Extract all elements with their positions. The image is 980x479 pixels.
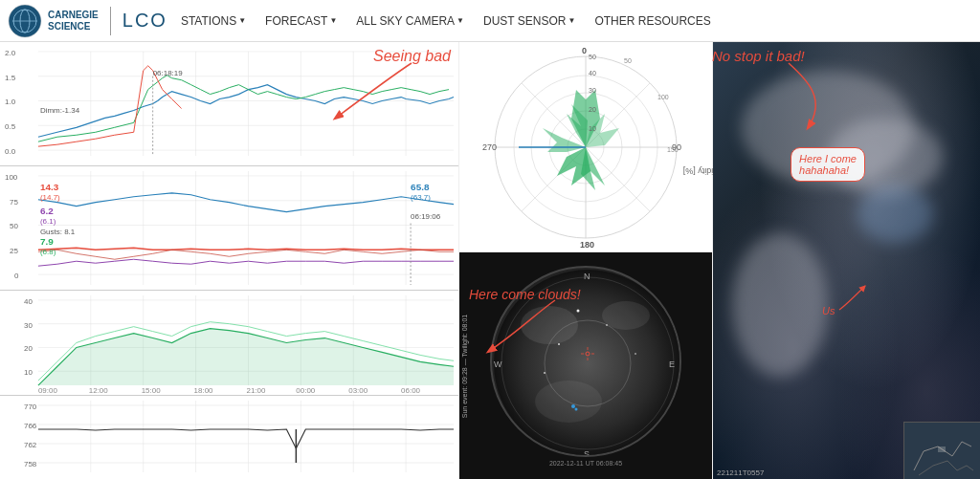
allsky-camera-area: Sun event: 09:28 — Twilight: 08:01 — [459, 252, 712, 479]
svg-text:40: 40 — [589, 70, 596, 76]
header: CARNEGIE SCIENCE LCO STATIONS▼ FORECAST▼… — [0, 0, 980, 42]
svg-text:40: 40 — [24, 297, 33, 306]
svg-text:N: N — [584, 272, 590, 281]
inset-map — [903, 422, 980, 479]
svg-text:09:00: 09:00 — [38, 386, 58, 395]
satellite-panel: Here I comehahahaha! Us 221211T0557 — [713, 42, 980, 479]
svg-point-130 — [571, 404, 575, 408]
svg-text:06:19:06: 06:19:06 — [411, 212, 441, 221]
svg-text:270: 270 — [482, 142, 497, 152]
header-divider — [110, 7, 111, 35]
svg-text:758: 758 — [24, 460, 37, 468]
nav-forecast[interactable]: FORECAST▼ — [259, 14, 343, 28]
svg-text:10: 10 — [24, 368, 33, 377]
nav-allsky[interactable]: ALL SKY CAMERA▼ — [350, 14, 470, 28]
wind-rose-area: 0 180 270 90 50 100 150 10 20 — [459, 42, 712, 252]
svg-text:770: 770 — [24, 403, 37, 411]
nav-stations[interactable]: STATIONS▼ — [175, 14, 252, 28]
here-i-come-bubble: Here I comehahahaha! — [791, 147, 865, 182]
svg-point-131 — [575, 407, 578, 410]
cloud-4 — [857, 185, 933, 243]
svg-text:0.5: 0.5 — [5, 122, 16, 131]
svg-text:18:00: 18:00 — [194, 386, 214, 395]
svg-text:14.3: 14.3 — [40, 182, 59, 192]
svg-text:10: 10 — [589, 125, 596, 132]
svg-text:03:00: 03:00 — [348, 386, 368, 395]
cloud-3 — [732, 233, 828, 377]
svg-text:W: W — [494, 359, 502, 369]
svg-text:(63.7): (63.7) — [411, 193, 431, 202]
svg-text:75: 75 — [10, 198, 18, 207]
svg-point-116 — [494, 270, 681, 457]
svg-point-120 — [558, 343, 560, 345]
svg-text:2.0: 2.0 — [5, 49, 16, 57]
svg-point-122 — [577, 309, 580, 312]
svg-text:06:00: 06:00 — [401, 386, 421, 395]
svg-text:50: 50 — [589, 54, 596, 60]
svg-text:06:18:19: 06:18:19 — [153, 69, 184, 77]
main-content: 2.0 1.5 1.0 0.5 0.0 06:18:19 Dimm:-1.34 — [0, 42, 980, 479]
sun-event-label: Sun event: 09:28 — Twilight: 08:01 — [461, 314, 468, 417]
svg-text:00:00: 00:00 — [296, 386, 316, 395]
svg-text:100: 100 — [657, 94, 669, 100]
svg-text:30: 30 — [24, 321, 33, 330]
svg-text:12:00: 12:00 — [89, 386, 109, 395]
svg-text:6.2: 6.2 — [40, 206, 54, 216]
lco-title: LCO — [122, 10, 167, 32]
wind-rose-chart: 0 180 270 90 50 100 150 10 20 — [480, 42, 691, 252]
svg-text:50: 50 — [624, 57, 632, 64]
nav-other[interactable]: OTHER RESOURCES — [589, 14, 716, 28]
svg-text:(6.8): (6.8) — [40, 248, 56, 256]
satellite-timestamp: 221211T0557 — [717, 468, 764, 477]
svg-text:7.9: 7.9 — [40, 236, 54, 247]
svg-text:Gusts: 8.1: Gusts: 8.1 — [40, 228, 76, 236]
svg-text:25: 25 — [10, 247, 18, 255]
humidity-chart: 100 75 50 25 0 06:19:06 14.3 (14.7) 6 — [0, 166, 458, 291]
svg-text:(6.1): (6.1) — [40, 217, 56, 226]
svg-text:0: 0 — [14, 272, 19, 280]
svg-text:15:00: 15:00 — [142, 386, 162, 395]
svg-text:(14.7): (14.7) — [40, 193, 60, 202]
svg-text:30: 30 — [589, 87, 596, 94]
svg-text:0: 0 — [582, 46, 587, 55]
svg-point-118 — [602, 301, 650, 330]
wind-chart: 40 30 20 10 09:00 12:00 15:00 18:00 21:0… — [0, 291, 458, 396]
us-marker: Us — [822, 300, 880, 331]
nav-dust[interactable]: DUST SENSOR▼ — [478, 14, 581, 28]
svg-text:65.8: 65.8 — [411, 182, 430, 192]
svg-point-117 — [521, 306, 578, 344]
left-chart-panel: 2.0 1.5 1.0 0.5 0.0 06:18:19 Dimm:-1.34 — [0, 42, 459, 479]
svg-text:762: 762 — [24, 441, 37, 449]
svg-text:100: 100 — [5, 173, 18, 182]
logo-area: CARNEGIE SCIENCE — [8, 4, 99, 38]
svg-text:Filter:R: Filter:R — [659, 434, 681, 441]
allsky-timestamp: 2022-12-11 UT 06:08:45 — [549, 460, 622, 467]
svg-text:150: 150 — [667, 146, 679, 153]
svg-text:766: 766 — [24, 422, 37, 430]
svg-rect-141 — [938, 446, 946, 452]
seeing-chart: 2.0 1.5 1.0 0.5 0.0 06:18:19 Dimm:-1.34 — [0, 42, 458, 166]
carnegie-science-label: CARNEGIE SCIENCE — [48, 10, 99, 33]
svg-text:20: 20 — [24, 344, 33, 353]
svg-text:21:00: 21:00 — [246, 386, 266, 395]
svg-text:S: S — [584, 449, 590, 457]
carnegie-logo-icon — [8, 4, 42, 38]
svg-text:50: 50 — [10, 223, 18, 231]
svg-text:1.0: 1.0 — [5, 98, 16, 107]
svg-text:0.0: 0.0 — [5, 147, 16, 156]
allsky-image: N E S W Filter:R — [490, 266, 681, 457]
svg-text:Us: Us — [822, 305, 835, 316]
svg-point-123 — [635, 353, 636, 355]
svg-text:E: E — [669, 359, 675, 369]
svg-text:20: 20 — [589, 106, 596, 113]
svg-text:180: 180 — [580, 240, 594, 250]
svg-text:Dimm:-1.34: Dimm:-1.34 — [40, 106, 80, 115]
middle-panel: 0 180 270 90 50 100 150 10 20 — [459, 42, 713, 479]
svg-text:1.5: 1.5 — [5, 74, 16, 82]
pressure-chart: 770 766 762 758 — [0, 396, 458, 479]
